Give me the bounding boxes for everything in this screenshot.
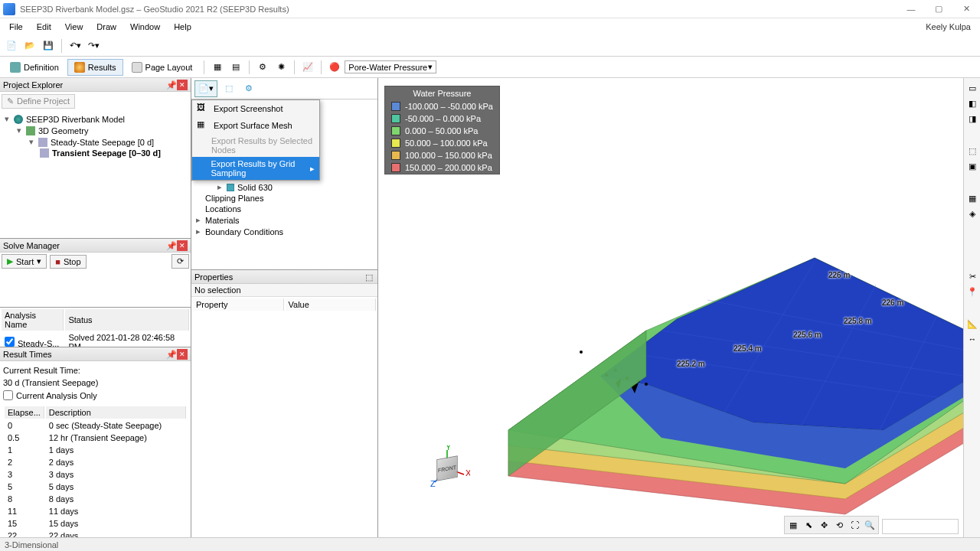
side-tool-5-icon[interactable]: ▣	[965, 159, 979, 173]
elevation-label: 226 m	[882, 298, 903, 307]
viewport-input[interactable]	[882, 519, 959, 534]
scene-locations[interactable]: Locations	[194, 204, 374, 214]
rotate-icon[interactable]: ⟲	[832, 518, 846, 532]
table-row[interactable]: 00 sec (Steady-State Seepage)	[5, 420, 186, 431]
side-tool-6-icon[interactable]: ▦	[965, 191, 979, 205]
menu-export-grid-sampling[interactable]: Export Results by Grid Sampling ▸	[192, 157, 319, 180]
side-tool-4-icon[interactable]: ⬚	[965, 144, 979, 158]
save-file-icon[interactable]: 💾	[40, 37, 57, 54]
contour-icon[interactable]: 🔴	[326, 59, 343, 76]
zoom-icon[interactable]: 🔍	[863, 518, 877, 532]
grid-icon[interactable]: ▦	[209, 59, 226, 76]
dropdown-arrow-icon: ▾	[37, 256, 41, 266]
fit-icon[interactable]: ⛶	[848, 518, 861, 532]
side-tool-2-icon[interactable]: ◧	[965, 96, 979, 110]
side-tool-9-icon[interactable]: 📍	[965, 285, 979, 298]
scene-toolbar: 📄 ▾ ⬚ ⚙ 🖼 Export Screenshot ▦ Export Sur…	[191, 78, 377, 99]
table-row[interactable]: 33 days	[5, 469, 186, 480]
viewport-3d[interactable]: Water Pressure -100.000 – -50.000 kPa -5…	[378, 78, 963, 537]
col-status[interactable]: Status	[65, 309, 189, 331]
side-tool-10-icon[interactable]: 📐	[965, 317, 979, 331]
table-icon[interactable]: ▤	[227, 59, 244, 76]
legend-title: Water Pressure	[385, 86, 499, 100]
minimize-button[interactable]: —	[900, 2, 922, 17]
solve-analysis-list: Analysis Name Status Steady-S... Solved …	[0, 308, 191, 347]
col-analysis-name[interactable]: Analysis Name	[2, 309, 64, 331]
close-button[interactable]: ✕	[956, 2, 977, 17]
scene-materials[interactable]: ▸Materials	[194, 214, 374, 226]
side-tool-1-icon[interactable]: ▭	[965, 81, 979, 95]
table-row[interactable]: Steady-S... Solved 2021-01-28 02:46:58 P…	[2, 332, 189, 347]
move-icon[interactable]: ✥	[817, 518, 831, 532]
table-row[interactable]: 55 days	[5, 481, 186, 492]
settings-icon[interactable]: ⚙	[240, 80, 257, 97]
side-tool-11-icon[interactable]: ↔	[965, 332, 979, 346]
stop-icon: ■	[55, 257, 60, 266]
menu-export-screenshot[interactable]: 🖼 Export Screenshot	[192, 100, 319, 117]
menu-help[interactable]: Help	[168, 21, 198, 33]
menu-file[interactable]: File	[3, 21, 29, 33]
table-row[interactable]: 2222 days	[5, 530, 186, 537]
collapse-icon[interactable]: ▾	[28, 137, 35, 147]
refresh-button[interactable]: ⟳	[172, 254, 189, 269]
open-file-icon[interactable]: 📂	[21, 37, 38, 54]
table-row[interactable]: 11 days	[5, 445, 186, 455]
cube-tool-icon[interactable]: ⬚	[220, 80, 237, 97]
pin-icon[interactable]: 📌	[166, 241, 175, 250]
tab-definition[interactable]: Definition	[3, 59, 66, 76]
collapse-icon[interactable]: ▾	[15, 126, 23, 135]
tree-transient[interactable]: Transient Seepage [0–30 d]	[3, 148, 188, 158]
tool-gear-1-icon[interactable]: ⚙	[254, 59, 271, 76]
table-row[interactable]: 22 days	[5, 457, 186, 468]
collapse-icon[interactable]: ▾	[3, 114, 11, 124]
side-tool-7-icon[interactable]: ◈	[965, 207, 979, 220]
stop-button[interactable]: ■ Stop	[50, 255, 86, 269]
col-description[interactable]: Description	[46, 406, 186, 419]
side-tool-3-icon[interactable]: ◨	[965, 112, 979, 126]
pin-icon[interactable]: ⬚	[365, 272, 374, 282]
undo-icon[interactable]: ↶▾	[67, 37, 83, 54]
table-row[interactable]: 0.512 hr (Transient Seepage)	[5, 432, 186, 443]
window-title: SEEP3D Riverbank Model.gsz – GeoStudio 2…	[20, 5, 900, 14]
table-row[interactable]: 1111 days	[5, 506, 186, 517]
table-row[interactable]: 88 days	[5, 494, 186, 504]
row-checkbox[interactable]	[5, 337, 15, 347]
scene-solid[interactable]: ▸Solid 630	[194, 181, 374, 193]
menu-edit[interactable]: Edit	[31, 21, 57, 33]
scene-boundary-conditions[interactable]: ▸Boundary Conditions	[194, 226, 374, 237]
mesh-icon: ▦	[197, 119, 209, 132]
tool-gear-2-icon[interactable]: ✺	[273, 59, 289, 76]
new-file-icon[interactable]: 📄	[3, 37, 20, 54]
table-row[interactable]: 1515 days	[5, 518, 186, 529]
view-cube[interactable]: FRONT	[436, 455, 458, 481]
pointer-icon[interactable]: ⬉	[802, 518, 815, 532]
menu-draw[interactable]: Draw	[90, 21, 122, 33]
panel-close-icon[interactable]: ✕	[177, 349, 188, 360]
tab-page-layout[interactable]: Page Layout	[125, 59, 200, 76]
tree-geometry[interactable]: ▾ 3D Geometry	[3, 125, 188, 136]
panel-close-icon[interactable]: ✕	[177, 80, 188, 90]
tab-results[interactable]: Results	[67, 59, 123, 76]
menu-export-surface-mesh[interactable]: ▦ Export Surface Mesh	[192, 117, 319, 134]
maximize-button[interactable]: ▢	[928, 2, 949, 17]
export-dropdown-button[interactable]: 📄 ▾	[194, 80, 217, 97]
define-project-button[interactable]: ✎ Define Project	[2, 94, 75, 109]
contour-variable-select[interactable]: Pore-Water Pressure ▾	[345, 60, 436, 73]
redo-icon[interactable]: ↷▾	[85, 37, 102, 54]
menu-window[interactable]: Window	[124, 21, 166, 33]
pin-icon[interactable]: 📌	[166, 350, 175, 359]
panel-close-icon[interactable]: ✕	[177, 240, 188, 251]
chart-icon[interactable]: 📈	[299, 59, 316, 76]
tree-steady-state[interactable]: ▾ Steady-State Seepage [0 d]	[3, 136, 188, 148]
tree-root[interactable]: ▾ SEEP3D Riverbank Model	[3, 113, 188, 125]
pin-icon[interactable]: 📌	[166, 80, 175, 90]
side-tool-8-icon[interactable]: ✂	[965, 269, 979, 283]
scene-clipping-planes[interactable]: Clipping Planes	[194, 193, 374, 204]
current-analysis-only-checkbox[interactable]	[3, 390, 13, 400]
grid-toggle-icon[interactable]: ▦	[786, 518, 800, 532]
menu-view[interactable]: View	[59, 21, 90, 33]
axes-gizmo[interactable]: X Y Z FRONT	[424, 445, 470, 491]
col-elapsed[interactable]: Elapse...	[5, 406, 44, 419]
viewport-toolbar: ▦ ⬉ ✥ ⟲ ⛶ 🔍	[784, 516, 879, 534]
start-button[interactable]: ▶ Start ▾	[2, 254, 47, 269]
